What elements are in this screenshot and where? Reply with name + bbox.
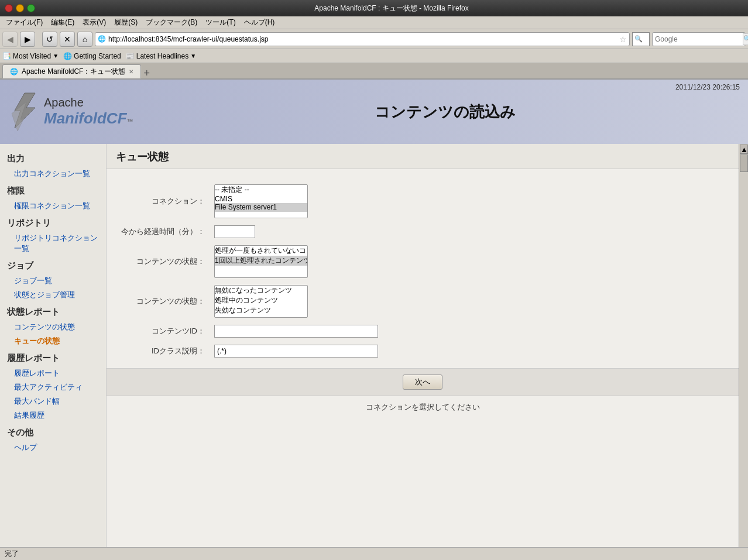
sidebar-section-history-reports: 履歴レポート bbox=[0, 348, 106, 366]
logo-manifold: ManifoldCF bbox=[44, 109, 127, 128]
connection-label: コネクション： bbox=[116, 181, 210, 222]
bookmark-getting-started[interactable]: 🌐 Getting Started bbox=[63, 52, 121, 60]
sidebar-link-content-status[interactable]: コンテンツの状態 bbox=[0, 320, 106, 334]
bookmark-icon: 📑 bbox=[2, 52, 11, 60]
bookmark-latest-headlines[interactable]: 📰 Latest Headlines ▼ bbox=[126, 52, 196, 60]
connection-field: -- 未指定 -- CMIS File System server1 bbox=[210, 181, 729, 222]
scrollbar-up-button[interactable]: ▲ bbox=[740, 145, 748, 154]
right-scrollbar[interactable]: ▲ bbox=[739, 144, 748, 547]
maximize-button[interactable] bbox=[27, 4, 35, 12]
status-message: コネクションを選択してください bbox=[107, 396, 739, 418]
form-table: コネクション： -- 未指定 -- CMIS File System serve… bbox=[116, 181, 729, 361]
most-visited-label: Most Visited bbox=[13, 52, 51, 60]
url-bar: 🌐 ☆ bbox=[95, 32, 630, 46]
content-status2-label: コンテンツの状態： bbox=[116, 281, 210, 321]
menu-view[interactable]: 表示(V) bbox=[79, 16, 109, 29]
section-title: キュー状態 bbox=[107, 144, 739, 169]
sidebar-section-jobs: ジョブ bbox=[0, 256, 106, 274]
search-go-button[interactable]: 🔍 bbox=[743, 33, 748, 45]
connection-select[interactable]: -- 未指定 -- CMIS File System server1 bbox=[214, 184, 308, 218]
back-icon: ◀ bbox=[7, 35, 13, 44]
menubar: ファイル(F) 編集(E) 表示(V) 履歴(S) ブックマーク(B) ツール(… bbox=[0, 16, 748, 29]
status2-option-processing: 処理中のコンテンツ bbox=[215, 296, 307, 305]
content-id-label: コンテンツID： bbox=[116, 321, 210, 341]
datetime-display: 2011/12/23 20:26:15 bbox=[675, 83, 740, 91]
window-controls[interactable] bbox=[5, 4, 35, 12]
sidebar-section-output: 出力 bbox=[0, 149, 106, 167]
sidebar-section-other: その他 bbox=[0, 422, 106, 441]
content-status-label: コンテンツの状態： bbox=[116, 242, 210, 281]
menu-history[interactable]: 履歴(S) bbox=[111, 16, 141, 29]
reload-icon: ↺ bbox=[46, 35, 53, 44]
sidebar-link-history[interactable]: 履歴レポート bbox=[0, 366, 106, 380]
sidebar-link-max-activity[interactable]: 最大アクティビティ bbox=[0, 380, 106, 394]
menu-tools[interactable]: ツール(T) bbox=[202, 16, 239, 29]
bookmarks-bar: 📑 Most Visited ▼ 🌐 Getting Started 📰 Lat… bbox=[0, 49, 748, 63]
sidebar-link-repository[interactable]: リポジトリコネクション一覧 bbox=[0, 231, 106, 256]
content-id-field bbox=[210, 321, 729, 341]
sidebar-section-repository: リポジトリ bbox=[0, 213, 106, 231]
menu-file[interactable]: ファイル(F) bbox=[2, 16, 46, 29]
bookmark-star-icon[interactable]: ☆ bbox=[619, 35, 627, 44]
sidebar-section-permissions: 権限 bbox=[0, 181, 106, 199]
dropdown-icon: ▼ bbox=[53, 53, 59, 59]
table-row: 今から経過時間（分）： bbox=[116, 222, 729, 242]
main-layout: 出力 出力コネクション一覧 権限 権限コネクション一覧 リポジトリ リポジトリコ… bbox=[0, 144, 748, 547]
time-input[interactable] bbox=[214, 225, 255, 238]
latest-headlines-label: Latest Headlines bbox=[136, 52, 188, 60]
time-label: 今から経過時間（分）： bbox=[116, 222, 210, 242]
menu-help[interactable]: ヘルプ(H) bbox=[241, 16, 279, 29]
home-icon: ⌂ bbox=[83, 35, 87, 44]
forward-button[interactable]: ▶ bbox=[20, 32, 35, 47]
menu-bookmarks[interactable]: ブックマーク(B) bbox=[142, 16, 201, 29]
tabbar: 🌐 Apache ManifoldCF：キュー状態 ✕ + bbox=[0, 63, 748, 80]
sidebar-link-help[interactable]: ヘルプ bbox=[0, 441, 106, 455]
connection-option-cmis: CMIS bbox=[215, 195, 307, 203]
close-button[interactable] bbox=[5, 4, 13, 12]
sidebar-link-job-status[interactable]: 状態とジョブ管理 bbox=[0, 288, 106, 302]
time-field bbox=[210, 222, 729, 242]
minimize-button[interactable] bbox=[16, 4, 24, 12]
dropdown-icon2: ▼ bbox=[190, 53, 196, 59]
scrollbar-thumb[interactable] bbox=[740, 154, 748, 172]
content-inner: コネクション： -- 未指定 -- CMIS File System serve… bbox=[107, 169, 739, 368]
search-input[interactable] bbox=[655, 35, 743, 43]
content-id-input[interactable] bbox=[214, 325, 378, 338]
logo-apache: Apache bbox=[44, 96, 133, 109]
sidebar-section-status-reports: 状態レポート bbox=[0, 302, 106, 320]
sidebar-link-job-list[interactable]: ジョブ一覧 bbox=[0, 274, 106, 288]
back-button[interactable]: ◀ bbox=[2, 32, 18, 47]
time-label-text: 今から経過時間（分）： bbox=[121, 227, 205, 236]
home-button[interactable]: ⌂ bbox=[77, 32, 92, 47]
sidebar-link-max-bandwidth[interactable]: 最大バンド幅 bbox=[0, 394, 106, 408]
table-row: コネクション： -- 未指定 -- CMIS File System serve… bbox=[116, 181, 729, 222]
connection-option-unspecified: -- 未指定 -- bbox=[215, 185, 307, 195]
toolbar: ◀ ▶ ↺ ✕ ⌂ 🌐 ☆ 🔍 🔍 bbox=[0, 29, 748, 49]
manifoldcf-logo-icon bbox=[9, 90, 41, 134]
menu-edit[interactable]: 編集(E) bbox=[47, 16, 78, 29]
content-status-field: 処理が一度もされていないコンテンツ 1回以上処理されたコンテンツ bbox=[210, 242, 729, 281]
logo-tm: ™ bbox=[127, 118, 133, 125]
content-status2-select[interactable]: 無効になったコンテンツ 処理中のコンテンツ 失効なコンテンツ bbox=[214, 285, 308, 318]
status-text: 完了 bbox=[5, 549, 19, 559]
sidebar-link-output-connections[interactable]: 出力コネクション一覧 bbox=[0, 167, 106, 181]
url-input[interactable] bbox=[108, 35, 619, 43]
search-engine-icon: 🔍 bbox=[634, 35, 643, 43]
reload-button[interactable]: ↺ bbox=[42, 32, 57, 47]
sidebar-link-queue-status[interactable]: キューの状態 bbox=[0, 334, 106, 348]
tab-queue-status[interactable]: 🌐 Apache ManifoldCF：キュー状態 ✕ bbox=[2, 64, 141, 78]
content: キュー状態 コネクション： -- 未指定 -- CMIS File System… bbox=[107, 144, 739, 547]
bookmark-most-visited[interactable]: 📑 Most Visited ▼ bbox=[2, 52, 59, 60]
content-status2-field: 無効になったコンテンツ 処理中のコンテンツ 失効なコンテンツ bbox=[210, 281, 729, 321]
status-option-unprocessed: 処理が一度もされていないコンテンツ bbox=[215, 246, 307, 256]
next-button[interactable]: 次へ bbox=[403, 375, 442, 390]
new-tab-button[interactable]: + bbox=[143, 68, 150, 78]
content-status-select[interactable]: 処理が一度もされていないコンテンツ 1回以上処理されたコンテンツ bbox=[214, 245, 308, 278]
tab-close-button[interactable]: ✕ bbox=[129, 68, 133, 75]
stop-button[interactable]: ✕ bbox=[60, 32, 75, 47]
sidebar-link-result-history[interactable]: 結果履歴 bbox=[0, 408, 106, 422]
sidebar-link-permissions[interactable]: 権限コネクション一覧 bbox=[0, 199, 106, 213]
id-class-field bbox=[210, 341, 729, 361]
id-class-input[interactable] bbox=[214, 345, 378, 358]
search-bar: 🔍 bbox=[652, 32, 746, 46]
